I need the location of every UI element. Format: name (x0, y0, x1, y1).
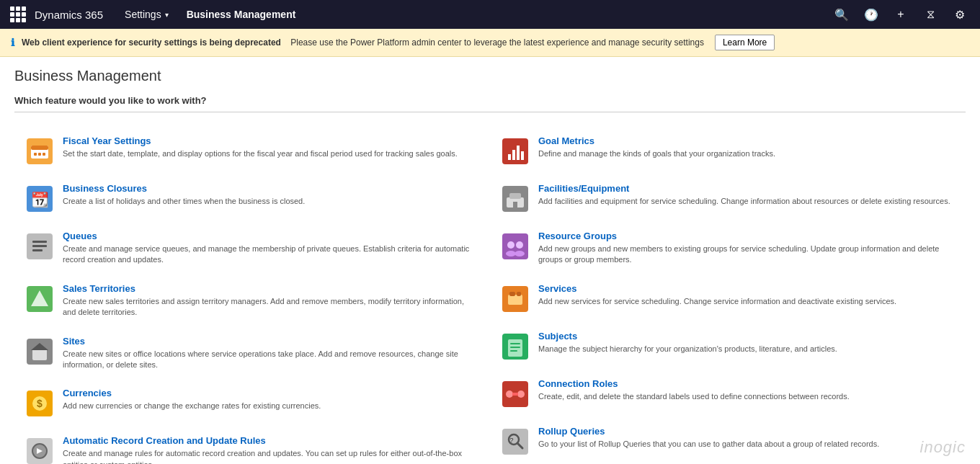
nav-icons: 🔍 🕐 + ⧖ ⚙ (829, 1, 973, 27)
currencies-text: CurrenciesAdd new currencies or change t… (63, 388, 321, 411)
svg-rect-9 (32, 241, 47, 243)
queues-text: QueuesCreate and manage service queues, … (63, 231, 479, 266)
rollup-queries-desc: Go to your list of Rollup Queries that y… (538, 439, 879, 450)
settings-menu[interactable]: Settings ▾ (117, 0, 176, 29)
sites-text: SitesCreate new sites or office location… (63, 336, 479, 371)
svg-rect-31 (509, 193, 521, 199)
connection-roles-icon (501, 380, 530, 409)
svg-point-48 (506, 391, 513, 398)
business-closures-desc: Create a list of holidays and other time… (63, 196, 305, 207)
sales-territories-desc: Create new sales territories and assign … (63, 296, 479, 318)
connection-roles-text: Connection RolesCreate, edit, and delete… (538, 378, 850, 402)
resource-groups-title[interactable]: Resource Groups (538, 231, 955, 241)
sales-territories-title[interactable]: Sales Territories (63, 283, 479, 294)
svg-rect-27 (517, 146, 520, 160)
svg-rect-33 (502, 233, 528, 259)
grid-icon (10, 6, 26, 22)
svg-rect-51 (502, 429, 528, 455)
subjects-title[interactable]: Subjects (538, 331, 837, 342)
top-navigation: Dynamics 365 Settings ▾ Business Managem… (0, 0, 980, 29)
svg-text:?: ? (509, 437, 513, 444)
rollup-queries-icon: ? (501, 427, 530, 456)
auto-record-icon (25, 437, 54, 464)
feature-auto-record[interactable]: Automatic Record Creation and Update Rul… (14, 427, 490, 464)
feature-fiscal-year[interactable]: Fiscal Year SettingsSet the start date, … (14, 127, 490, 174)
feature-goal-metrics[interactable]: Goal MetricsDefine and manage the kinds … (490, 127, 966, 174)
connection-roles-desc: Create, edit, and delete the standard la… (538, 391, 850, 402)
services-desc: Add new services for service scheduling.… (538, 296, 896, 307)
filter-button[interactable]: ⧖ (917, 1, 943, 27)
warning-banner: ℹ Web client experience for security set… (0, 29, 980, 57)
svg-rect-45 (510, 347, 520, 348)
page-content: Business Management Which feature would … (0, 57, 980, 464)
banner-message: Web client experience for security setti… (22, 37, 704, 48)
fiscal-year-icon (25, 137, 54, 166)
connection-roles-title[interactable]: Connection Roles (538, 378, 850, 389)
settings-button[interactable]: ⚙ (947, 1, 973, 27)
sales-territories-icon (25, 285, 54, 313)
page-title: Business Management (14, 68, 966, 84)
history-button[interactable]: 🕐 (858, 1, 884, 27)
svg-rect-39 (508, 295, 522, 305)
left-column: Fiscal Year SettingsSet the start date, … (14, 127, 490, 464)
breadcrumb-text: Business Management (187, 9, 296, 20)
svg-rect-28 (521, 151, 524, 160)
svg-text:📆: 📆 (31, 191, 49, 208)
sites-title[interactable]: Sites (63, 336, 479, 347)
services-title[interactable]: Services (538, 283, 896, 294)
svg-rect-25 (508, 154, 511, 160)
fiscal-year-text: Fiscal Year SettingsSet the start date, … (63, 135, 458, 159)
svg-point-36 (506, 251, 516, 256)
auto-record-title[interactable]: Automatic Record Creation and Update Rul… (63, 435, 479, 446)
divider (14, 112, 966, 112)
svg-rect-50 (512, 393, 518, 396)
svg-point-49 (517, 391, 525, 398)
learn-more-button[interactable]: Learn More (715, 35, 775, 50)
business-closures-title[interactable]: Business Closures (63, 183, 305, 194)
services-text: ServicesAdd new services for service sch… (538, 283, 896, 307)
svg-rect-2 (31, 146, 48, 150)
queues-icon (25, 232, 54, 261)
currencies-desc: Add new currencies or change the exchang… (63, 401, 321, 411)
feature-queues[interactable]: QueuesCreate and manage service queues, … (14, 222, 490, 275)
section-question: Which feature would you like to work wit… (14, 95, 966, 106)
feature-resource-groups[interactable]: Resource GroupsAdd new groups and new me… (490, 222, 966, 275)
svg-rect-10 (32, 245, 47, 247)
facilities-icon (501, 184, 530, 213)
feature-subjects[interactable]: SubjectsManage the subject hierarchy for… (490, 322, 966, 370)
sites-icon (25, 337, 54, 366)
add-button[interactable]: + (888, 1, 914, 27)
feature-facilities[interactable]: Facilities/EquipmentAdd facilities and e… (490, 174, 966, 222)
info-icon: ℹ (11, 37, 14, 48)
svg-rect-44 (510, 343, 520, 344)
feature-services[interactable]: ServicesAdd new services for service sch… (490, 275, 966, 322)
svg-rect-3 (34, 153, 37, 156)
queues-title[interactable]: Queues (63, 231, 479, 241)
goal-metrics-icon (501, 137, 530, 166)
business-closures-icon: 📆 (25, 184, 54, 213)
svg-text:$: $ (37, 398, 43, 409)
currencies-title[interactable]: Currencies (63, 388, 321, 398)
rollup-queries-title[interactable]: Rollup Queries (538, 426, 879, 437)
features-grid: Fiscal Year SettingsSet the start date, … (14, 127, 966, 464)
auto-record-desc: Create and manage rules for automatic re… (63, 448, 479, 464)
resource-groups-text: Resource GroupsAdd new groups and new me… (538, 231, 955, 266)
fiscal-year-title[interactable]: Fiscal Year Settings (63, 135, 458, 146)
svg-point-35 (516, 241, 523, 249)
app-grid-button[interactable] (7, 4, 29, 25)
feature-sales-territories[interactable]: Sales TerritoriesCreate new sales territ… (14, 275, 490, 327)
feature-rollup-queries[interactable]: ?Rollup QueriesGo to your list of Rollup… (490, 417, 966, 464)
services-icon (501, 285, 530, 313)
search-button[interactable]: 🔍 (829, 1, 855, 27)
feature-connection-roles[interactable]: Connection RolesCreate, edit, and delete… (490, 370, 966, 417)
goal-metrics-title[interactable]: Goal Metrics (538, 135, 775, 146)
goal-metrics-desc: Define and manage the kinds of goals tha… (538, 148, 775, 159)
facilities-title[interactable]: Facilities/Equipment (538, 183, 950, 194)
sales-territories-text: Sales TerritoriesCreate new sales territ… (63, 283, 479, 318)
svg-point-34 (507, 241, 514, 249)
feature-sites[interactable]: SitesCreate new sites or office location… (14, 327, 490, 380)
feature-business-closures[interactable]: 📆Business ClosuresCreate a list of holid… (14, 174, 490, 222)
currencies-icon: $ (25, 389, 54, 418)
chevron-down-icon: ▾ (165, 11, 169, 19)
feature-currencies[interactable]: $CurrenciesAdd new currencies or change … (14, 379, 490, 427)
